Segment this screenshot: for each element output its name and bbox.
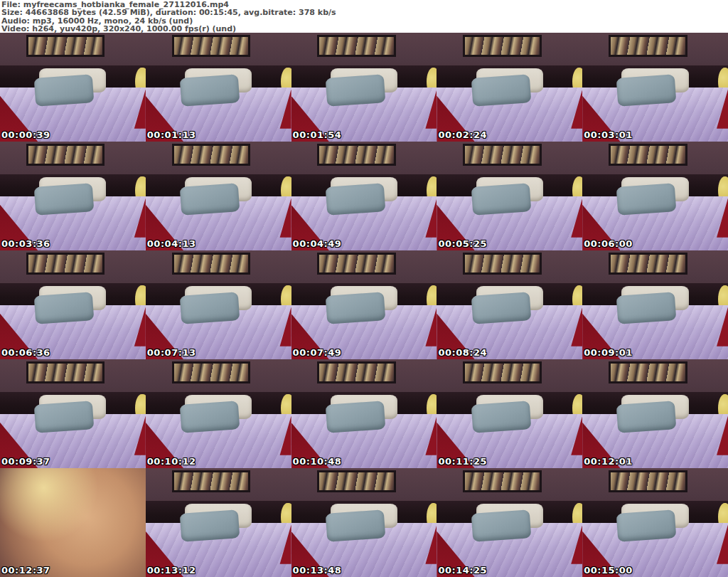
timestamp-badge: 00:15:00 [584, 565, 633, 576]
pillow-gray [616, 401, 676, 433]
pillow-gray [471, 74, 530, 106]
thumbnail-placeholder [146, 359, 291, 468]
wall-picture [609, 144, 687, 166]
pillow-gray [616, 74, 676, 106]
thumbnail-cell: 00:06:36 [0, 250, 146, 359]
thumbnail-placeholder [291, 250, 437, 359]
pillow-gray [616, 292, 676, 324]
timestamp-badge: 00:00:39 [1, 129, 50, 140]
timestamp-badge: 00:04:49 [293, 238, 342, 249]
timestamp-badge: 00:09:01 [584, 347, 633, 358]
pillow-gray [180, 509, 240, 541]
wall-picture [463, 144, 542, 166]
wall-picture [609, 361, 687, 383]
pillow-gray [325, 292, 385, 324]
thumbnail-placeholder [437, 359, 582, 468]
wall-picture [317, 253, 396, 275]
thumbnail-cell: 00:09:01 [582, 250, 728, 359]
pillow-gray [180, 74, 240, 106]
thumbnail-placeholder [0, 33, 146, 142]
pillow-gray [616, 509, 676, 541]
thumbnail-placeholder [0, 250, 146, 359]
timestamp-badge: 00:14:25 [438, 565, 487, 576]
wall-picture [172, 253, 251, 275]
thumbnail-placeholder [582, 468, 728, 577]
pillow-gray [34, 74, 94, 106]
thumbnail-cell: 00:15:00 [582, 468, 728, 577]
timestamp-badge: 00:10:12 [147, 456, 196, 467]
thumbnail-cell: 00:01:54 [291, 33, 437, 142]
timestamp-badge: 00:11:25 [438, 456, 487, 467]
timestamp-badge: 00:01:54 [293, 129, 342, 140]
thumbnail-placeholder [146, 142, 291, 250]
wall-picture [26, 253, 105, 275]
pillow-gray [471, 401, 530, 433]
thumbnail-cell: 00:12:01 [582, 359, 728, 468]
wall-picture [609, 253, 687, 275]
thumbnail-cell: 00:03:01 [582, 33, 728, 142]
thumbnail-placeholder [437, 33, 582, 142]
thumbnail-cell: 00:10:48 [291, 359, 437, 468]
thumbnail-placeholder [437, 142, 582, 250]
pillow-gray [325, 74, 385, 106]
timestamp-badge: 00:08:24 [438, 347, 487, 358]
thumbnail-cell: 00:01:13 [146, 33, 291, 142]
timestamp-badge: 00:12:37 [1, 565, 50, 576]
thumbnail-placeholder [0, 359, 146, 468]
wall-picture [609, 470, 687, 492]
thumbnail-cell: 00:07:13 [146, 250, 291, 359]
wall-picture [317, 361, 396, 383]
timestamp-badge: 00:07:49 [293, 347, 342, 358]
wall-picture [26, 361, 105, 383]
wall-picture [172, 361, 251, 383]
thumbnail-grid: 00:00:39 00:01:13 00:01:54 [0, 33, 728, 577]
wall-picture [26, 35, 105, 57]
thumbnail-placeholder [582, 33, 728, 142]
timestamp-badge: 00:05:25 [438, 238, 487, 249]
timestamp-badge: 00:03:36 [1, 238, 50, 249]
thumbnail-placeholder [582, 359, 728, 468]
file-metadata-header: File: myfreecams_hotbianka_female_271120… [0, 0, 728, 33]
video-info-line: Video: h264, yuv420p, 320x240, 1000.00 f… [1, 25, 728, 33]
wall-picture [317, 470, 396, 492]
timestamp-badge: 00:09:37 [1, 456, 50, 467]
pillow-gray [471, 509, 530, 541]
wall-picture [317, 35, 396, 57]
timestamp-badge: 00:07:13 [147, 347, 196, 358]
timestamp-badge: 00:13:48 [293, 565, 342, 576]
wall-picture [317, 144, 396, 166]
wall-picture [172, 144, 251, 166]
wall-picture [463, 470, 542, 492]
wall-picture [26, 144, 105, 166]
thumbnail-placeholder [582, 142, 728, 250]
timestamp-badge: 00:13:12 [147, 565, 196, 576]
thumbnail-placeholder [0, 142, 146, 250]
wall-picture [463, 35, 542, 57]
thumbnail-cell: 00:11:25 [437, 359, 582, 468]
pillow-gray [325, 509, 385, 541]
wall-picture [463, 361, 542, 383]
pillow-gray [34, 401, 94, 433]
pillow-gray [325, 401, 385, 433]
wall-picture [463, 253, 542, 275]
wall-picture [609, 35, 687, 57]
thumbnail-placeholder [146, 250, 291, 359]
thumbnail-cell: 00:13:12 [146, 468, 291, 577]
pillow-gray [180, 292, 240, 324]
pillow-gray [325, 183, 385, 215]
pillow-gray [180, 401, 240, 433]
thumbnail-placeholder [437, 468, 582, 577]
thumbnail-cell: 00:05:25 [437, 142, 582, 250]
thumbnail-placeholder [0, 468, 146, 577]
thumbnail-cell: 00:06:00 [582, 142, 728, 250]
wall-picture [172, 470, 251, 492]
thumbnail-cell: 00:13:48 [291, 468, 437, 577]
thumbnail-cell: 00:04:13 [146, 142, 291, 250]
timestamp-badge: 00:06:36 [1, 347, 50, 358]
timestamp-badge: 00:01:13 [147, 129, 196, 140]
pillow-gray [34, 183, 94, 215]
thumbnail-cell: 00:00:39 [0, 33, 146, 142]
pillow-gray [471, 183, 530, 215]
thumbnail-placeholder [146, 33, 291, 142]
thumbnail-cell: 00:09:37 [0, 359, 146, 468]
